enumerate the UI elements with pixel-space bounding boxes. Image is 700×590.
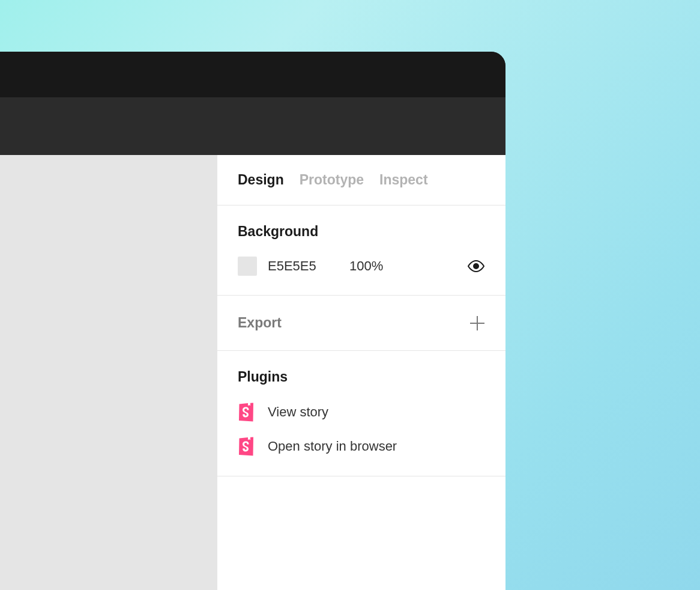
export-section: Export: [217, 296, 505, 351]
storybook-icon: [238, 437, 255, 455]
app-window: Design Prototype Inspect Background E5E5…: [0, 52, 505, 590]
tab-prototype[interactable]: Prototype: [300, 172, 364, 188]
plugin-item-open-story-browser[interactable]: Open story in browser: [238, 437, 485, 455]
plugin-item-view-story[interactable]: View story: [238, 403, 485, 421]
plugins-section: Plugins View story: [217, 351, 505, 476]
properties-panel: Design Prototype Inspect Background E5E5…: [217, 155, 505, 590]
background-section: Background E5E5E5 100%: [217, 205, 505, 296]
visibility-toggle-icon[interactable]: [467, 261, 485, 272]
color-opacity-value[interactable]: 100%: [349, 258, 456, 274]
panel-tabs: Design Prototype Inspect: [217, 155, 505, 205]
tab-inspect[interactable]: Inspect: [379, 172, 428, 188]
storybook-icon: [238, 403, 255, 421]
add-export-icon[interactable]: [469, 315, 485, 331]
plugin-label: View story: [268, 404, 328, 420]
plugin-label: Open story in browser: [268, 439, 397, 454]
export-title: Export: [238, 315, 282, 331]
canvas[interactable]: [0, 155, 217, 590]
toolbar: [0, 97, 505, 155]
svg-point-0: [473, 263, 479, 269]
color-swatch[interactable]: [238, 257, 257, 276]
color-hex-value[interactable]: E5E5E5: [268, 258, 339, 274]
background-row: E5E5E5 100%: [238, 257, 485, 276]
plugins-title: Plugins: [238, 369, 485, 385]
background-title: Background: [238, 224, 485, 240]
main-area: Design Prototype Inspect Background E5E5…: [0, 155, 505, 590]
titlebar: [0, 52, 505, 97]
tab-design[interactable]: Design: [238, 172, 284, 188]
